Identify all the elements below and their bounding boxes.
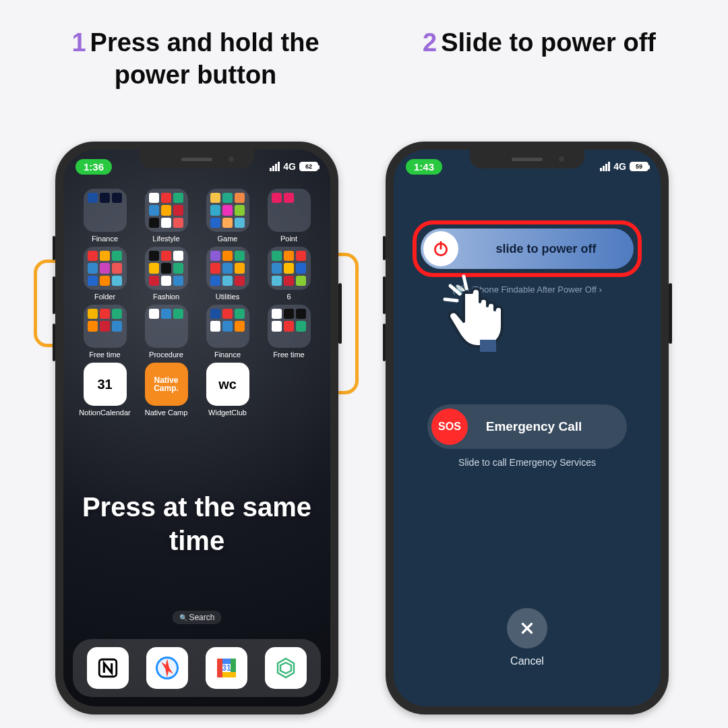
folder-finance[interactable]: Finance [74,189,135,243]
folder-label: Fashion [153,293,179,301]
app-native-camp[interactable]: Native Camp.Native Camp [135,363,197,417]
sos-badge: SOS [431,408,468,445]
folder-label: Finance [214,351,241,359]
cancel-button[interactable] [507,608,547,648]
folder-lifestyle[interactable]: Lifestyle [135,189,197,243]
step-1-title: Press and hold the power button [90,28,320,89]
cancel-label: Cancel [394,655,661,667]
folder-point[interactable]: Point [258,189,320,243]
folder-free-time[interactable]: Free time [258,305,320,359]
power-off-highlight: slide to power off [413,220,642,277]
step-2-number: 2 [423,28,437,57]
folder-label: Lifestyle [152,235,179,243]
power-off-thumb[interactable] [423,231,458,266]
step-2-caption: 2Slide to power off [384,27,694,59]
home-screen: 1:36 4G 62 FinanceLifestyleGamePointFold… [63,150,330,706]
app-folder-grid: FinanceLifestyleGamePointFolderFashionUt… [63,189,330,417]
overlay-instruction: Press at the same time [63,490,330,557]
folder-label: Finance [92,235,118,243]
folder-utilities[interactable]: Utilities [197,247,258,301]
folder-label: Folder [94,293,115,301]
folder-label: 6 [286,293,291,301]
folder-folder[interactable]: Folder [74,247,135,301]
dock: 31 [73,639,321,697]
folder-label: Point [280,235,297,243]
search-button[interactable]: Search [173,611,222,624]
notch [470,150,584,169]
folder-procedure[interactable]: Procedure [135,305,197,359]
status-time: 1:43 [406,159,442,175]
network-label: 4G [613,161,626,172]
step-2-title: Slide to power off [441,28,656,57]
folder-free-time[interactable]: Free time [74,305,135,359]
folder-6[interactable]: 6 [258,247,320,301]
signal-icon [270,162,280,171]
folder-label: Free time [273,351,304,359]
folder-game[interactable]: Game [197,189,258,243]
app-label: NotionCalendar [79,408,130,417]
phone-mockup-2: 1:43 4G 59 slide to power off (📡) iPhone… [386,142,669,715]
dock-app-notion[interactable] [87,647,129,689]
dock-app-chatgpt[interactable] [265,647,307,689]
battery-icon: 62 [299,162,318,171]
step-1-caption: 1Press and hold the power button [40,27,351,91]
power-off-label: slide to power off [458,242,634,256]
network-label: 4G [283,161,296,172]
folder-fashion[interactable]: Fashion [135,247,197,301]
power-off-slider[interactable]: slide to power off [421,229,634,269]
emergency-call-sub: Slide to call Emergency Services [394,457,661,468]
notch [140,150,254,169]
phone-mockup-1: 1:36 4G 62 FinanceLifestyleGamePointFold… [55,142,338,715]
svg-rect-16 [480,340,496,352]
app-widgetclub[interactable]: wcWidgetClub [197,363,258,417]
folder-label: Free time [89,351,120,359]
step-1-number: 1 [71,28,86,57]
dock-app-safari[interactable] [146,647,188,689]
power-off-screen: 1:43 4G 59 slide to power off (📡) iPhone… [394,150,661,706]
folder-finance[interactable]: Finance [197,305,258,359]
app-label: Native Camp [145,408,188,417]
close-icon [518,619,536,637]
app-notioncalendar[interactable]: 31NotionCalendar [74,363,135,417]
app-label: WidgetClub [208,408,247,417]
power-icon [432,240,450,257]
emergency-call-label: Emergency Call [468,419,627,434]
findable-note[interactable]: (📡) iPhone Findable After Power Off › [394,284,661,295]
dock-app-gcal[interactable]: 31 [206,647,247,689]
signal-icon [600,162,610,171]
status-time: 1:36 [75,159,112,175]
battery-icon: 59 [630,162,648,171]
folder-label: Procedure [149,351,183,359]
svg-text:31: 31 [222,663,231,673]
svg-line-14 [445,299,457,301]
emergency-call-slider[interactable]: SOS Emergency Call [427,404,627,449]
folder-label: Utilities [216,293,239,301]
folder-label: Game [218,235,238,243]
